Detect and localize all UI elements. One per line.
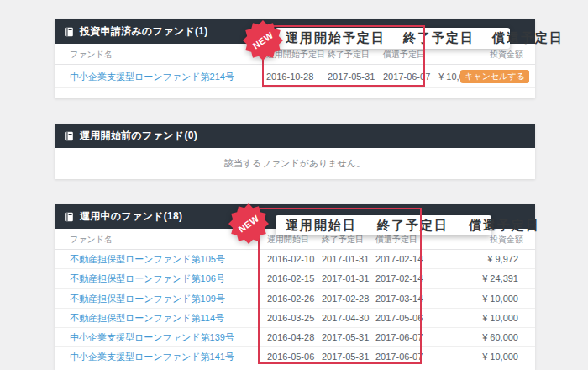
start-date: 2016-05-06 [267, 347, 314, 367]
fund-link[interactable]: 不動産担保型ローンファンド第106号 [70, 269, 225, 288]
end-date: 2017-05-31 [328, 65, 375, 88]
investment-amount: ¥ 10,000 [482, 289, 518, 309]
fund-link[interactable]: 中小企業支援型ローンファンド第139号 [70, 328, 234, 347]
redemption-date: 2017-06-07 [383, 65, 430, 88]
new-badge: NEW [243, 20, 283, 61]
end-date: 2017-05-31 [322, 347, 369, 367]
fund-link[interactable]: 不動産担保型ローンファンド第105号 [70, 250, 225, 269]
start-date: 2016-02-15 [267, 269, 314, 288]
table-row: 中小企業支援型ローンファンド第139号 2016-04-28 2017-05-3… [55, 328, 535, 347]
redemption-date: 2017-06-07 [375, 347, 423, 367]
fund-link[interactable]: 中小企業支援型ローンファンド第214号 [70, 65, 234, 88]
page: 投資申請済みのファンド(1) ファンド名 運用開始予定日 終了予定日 償還予定日… [0, 0, 588, 370]
column-callout-active: 運用開始日 終了予定日 償還予定日 [276, 215, 491, 235]
redemption-date: 2017-03-14 [375, 289, 423, 309]
end-date: 2017-01-31 [322, 250, 369, 269]
investment-amount: ¥ 10,000 [482, 347, 518, 367]
end-date: 2017-05-31 [322, 328, 369, 347]
col-fund-name: ファンド名 [70, 229, 113, 250]
table-row: 不動産担保型ローンファンド第109号 2016-02-26 2017-02-28… [55, 289, 535, 309]
column-callout-pending: 運用開始予定日 終了予定日 償還予定日 [276, 28, 510, 49]
redemption-date: 2017-05-06 [375, 309, 423, 328]
fund-link[interactable]: 中小企業支援型ローンファンド第141号 [70, 347, 234, 367]
ledger-book-icon [64, 212, 74, 222]
investment-amount: ¥ 10,000 [482, 309, 518, 328]
empty-message: 該当するファンドがありません。 [55, 148, 535, 179]
ledger-book-icon [64, 27, 74, 37]
table-row: 不動産担保型ローンファンド第106号 2016-02-15 2017-01-31… [55, 269, 535, 288]
table-row: 不動産担保型ローンファンド第114号 2016-03-25 2017-04-30… [55, 309, 535, 328]
investment-amount: ¥ 24,391 [482, 269, 518, 288]
start-date: 2016-02-26 [267, 289, 314, 309]
redemption-date: 2017-06-07 [375, 328, 423, 347]
callout-start-label: 運用開始予定日 [286, 30, 386, 46]
fund-link[interactable]: 不動産担保型ローンファンド第114号 [70, 309, 224, 328]
panel-preop-header: 運用開始前のファンド(0) [55, 124, 535, 148]
start-date: 2016-02-10 [267, 250, 314, 269]
redemption-date: 2017-02-14 [375, 269, 423, 288]
panel-title: 運用開始前のファンド(0) [80, 129, 197, 143]
panel-title: 投資申請済みのファンド(1) [80, 24, 208, 39]
callout-end-label: 終了予定日 [377, 218, 449, 234]
end-date: 2017-01-31 [322, 269, 369, 288]
table-row: 中小企業支援型ローンファンド第214号 2016-10-28 2017-05-3… [55, 65, 535, 88]
investment-amount: ¥ 60,000 [482, 328, 518, 347]
start-date: 2016-10-28 [266, 65, 313, 88]
start-date: 2016-03-25 [267, 309, 314, 328]
table-row: 不動産担保型ローンファンド第105号 2016-02-10 2017-01-31… [55, 250, 535, 269]
redemption-date: 2017-02-14 [375, 250, 423, 269]
start-date: 2016-04-28 [267, 328, 314, 347]
panel-title: 運用中のファンド(18) [80, 209, 182, 224]
callout-redemption-label: 償還予定日 [492, 30, 564, 46]
end-date: 2017-04-30 [322, 309, 369, 328]
callout-start-label: 運用開始日 [286, 218, 357, 234]
fund-link[interactable]: 不動産担保型ローンファンド第109号 [70, 289, 225, 309]
new-badge: NEW [228, 204, 269, 244]
cancel-button[interactable]: キャンセルする [460, 70, 529, 83]
table-row: 中小企業支援型ローンファンド第141号 2016-05-06 2017-05-3… [55, 347, 535, 367]
ledger-book-icon [64, 131, 74, 141]
callout-redemption-label: 償還予定日 [469, 218, 540, 234]
panel-preoperation-funds: 運用開始前のファンド(0) 該当するファンドがありません。 [55, 124, 535, 179]
callout-end-label: 終了予定日 [403, 30, 475, 46]
investment-amount: ¥ 9,972 [487, 250, 518, 269]
end-date: 2017-02-28 [322, 289, 369, 309]
col-fund-name: ファンド名 [70, 44, 113, 65]
